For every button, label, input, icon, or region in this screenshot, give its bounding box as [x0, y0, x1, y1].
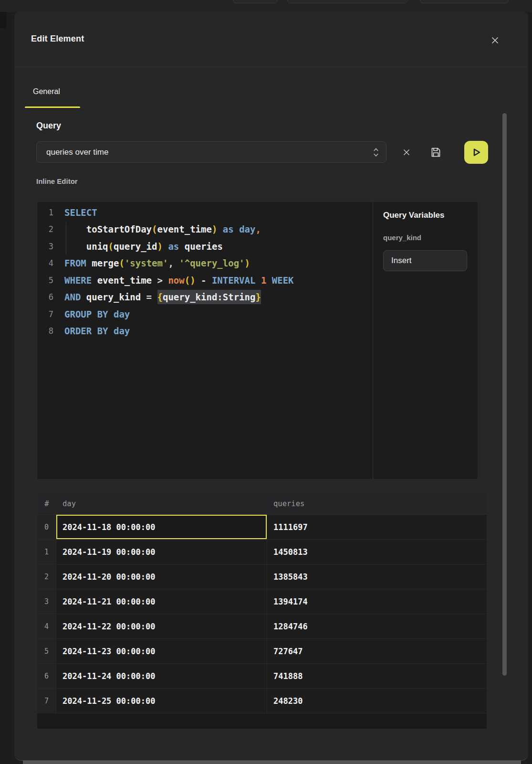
line-number: 7: [37, 309, 53, 319]
clear-icon: [403, 149, 410, 156]
table-footer: [37, 713, 487, 729]
queries-cell[interactable]: 1385843: [267, 564, 487, 589]
day-cell[interactable]: 2024-11-25 00:00:00: [56, 689, 267, 713]
line-number: 8: [37, 326, 53, 336]
header-divider: [14, 66, 528, 67]
chevron-up-down-icon: [373, 147, 379, 158]
tab-row-divider: [14, 107, 528, 108]
close-button[interactable]: [488, 33, 501, 47]
tab-general[interactable]: General: [33, 87, 60, 96]
column-header-queries: queries: [267, 493, 487, 515]
day-cell[interactable]: 2024-11-22 00:00:00: [56, 614, 267, 639]
line-number: 5: [37, 276, 53, 285]
row-index-cell: 7: [37, 689, 56, 713]
clear-query-button[interactable]: [400, 146, 413, 159]
query-variables-panel: Query Variables query_kind Insert: [373, 202, 478, 479]
queries-cell[interactable]: 741888: [267, 664, 487, 689]
background-button[interactable]: [233, 0, 278, 3]
queries-cell[interactable]: 1394174: [267, 589, 487, 614]
day-cell[interactable]: 2024-11-19 00:00:00: [56, 540, 267, 564]
run-query-button[interactable]: [464, 141, 488, 164]
edit-element-modal: Edit Element General Query queries over …: [14, 12, 528, 761]
query-select[interactable]: queries over time: [36, 141, 386, 163]
play-icon: [470, 146, 482, 159]
results-table: # day queries 02024-11-18 00:00:00111169…: [37, 493, 487, 713]
day-cell[interactable]: 2024-11-24 00:00:00: [56, 664, 267, 689]
row-index-cell: 3: [37, 589, 56, 614]
line-number: 4: [37, 258, 53, 268]
inline-editor-label: Inline Editor: [36, 177, 78, 185]
row-index-cell: 1: [37, 540, 56, 564]
save-query-button[interactable]: [429, 146, 442, 159]
day-cell[interactable]: 2024-11-18 00:00:00: [56, 515, 267, 540]
save-icon: [430, 147, 441, 158]
code-line: 4FROM merge('system', '^query_log'): [37, 255, 373, 272]
line-number: 1: [37, 208, 53, 217]
sql-editor[interactable]: 1SELECT2 toStartOfDay(event_time) as day…: [37, 202, 478, 479]
background-surface: [23, 761, 521, 764]
code-area[interactable]: 1SELECT2 toStartOfDay(event_time) as day…: [37, 204, 373, 340]
variable-name-label: query_kind: [383, 233, 421, 242]
insert-button-label: Insert: [391, 256, 412, 265]
queries-cell[interactable]: 1450813: [267, 540, 487, 564]
code-line: 8ORDER BY day: [37, 323, 373, 340]
indent-guide: [66, 222, 66, 255]
modal-scrollbar-thumb[interactable]: [502, 113, 507, 676]
queries-cell[interactable]: 1111697: [267, 515, 487, 540]
insert-variable-button[interactable]: Insert: [383, 250, 467, 271]
day-cell[interactable]: 2024-11-23 00:00:00: [56, 639, 267, 664]
column-header-day: day: [56, 493, 267, 515]
code-line: 3 uniq(query_id) as queries: [37, 238, 373, 255]
close-icon: [491, 37, 499, 44]
row-index-cell: 2: [37, 564, 56, 589]
column-header-index: #: [37, 493, 56, 515]
background-notch: [0, 12, 7, 28]
background-toolbar: [0, 0, 532, 12]
query-section-heading: Query: [36, 121, 61, 131]
queries-cell[interactable]: 727647: [267, 639, 487, 664]
queries-cell[interactable]: 248230: [267, 689, 487, 713]
background-button[interactable]: [287, 0, 408, 3]
row-index-cell: 5: [37, 639, 56, 664]
code-line: 7GROUP BY day: [37, 306, 373, 323]
row-index-cell: 6: [37, 664, 56, 689]
background-button[interactable]: [420, 0, 509, 3]
query-variables-heading: Query Variables: [383, 211, 445, 220]
line-number: 3: [37, 242, 53, 251]
code-line: 1SELECT: [37, 204, 373, 221]
day-cell[interactable]: 2024-11-21 00:00:00: [56, 589, 267, 614]
page-title: Edit Element: [31, 34, 84, 44]
line-number: 2: [37, 224, 53, 234]
code-line: 6AND query_kind = {query_kind:String}: [37, 289, 373, 306]
row-index-cell: 4: [37, 614, 56, 639]
active-tab-indicator: [25, 106, 80, 108]
query-select-value: queries over time: [46, 148, 373, 157]
queries-cell[interactable]: 1284746: [267, 614, 487, 639]
day-cell[interactable]: 2024-11-20 00:00:00: [56, 564, 267, 589]
code-line: 5WHERE event_time > now() - INTERVAL 1 W…: [37, 272, 373, 289]
row-index-cell: 0: [37, 515, 56, 540]
line-number: 6: [37, 292, 53, 302]
code-line: 2 toStartOfDay(event_time) as day,: [37, 221, 373, 238]
